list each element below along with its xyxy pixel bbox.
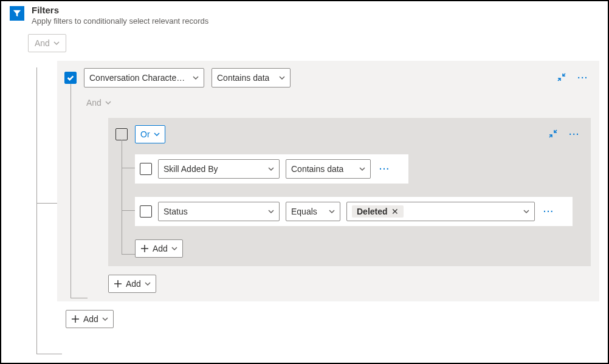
chevron-down-icon: [53, 40, 60, 46]
more-icon[interactable]: ···: [566, 129, 582, 139]
add-condition-button[interactable]: Add: [108, 275, 156, 293]
collapse-icon[interactable]: [557, 72, 566, 84]
chevron-down-icon: [523, 208, 529, 215]
level1-group-operator[interactable]: And: [86, 94, 117, 112]
condition-row: Skill Added By Contains data ···: [135, 154, 408, 184]
operator-dropdown[interactable]: Equals: [286, 202, 340, 221]
page-subtitle: Apply filters to conditionally select re…: [32, 16, 208, 26]
value-dropdown[interactable]: Deleted ✕: [346, 202, 535, 221]
entity-dropdown[interactable]: Conversation Characte…: [84, 68, 204, 88]
add-condition-button[interactable]: Add: [66, 310, 114, 328]
chevron-down-icon: [105, 100, 111, 106]
chevron-down-icon: [279, 75, 285, 81]
operator-dropdown[interactable]: Contains data: [286, 159, 371, 179]
remove-tag-icon[interactable]: ✕: [391, 207, 399, 216]
more-icon[interactable]: ···: [541, 207, 557, 216]
row-checkbox[interactable]: [140, 163, 152, 175]
root-group-operator[interactable]: And: [28, 34, 66, 52]
chevron-down-icon: [171, 246, 177, 252]
row-checkbox[interactable]: [140, 205, 152, 218]
page-title: Filters: [32, 5, 208, 15]
filter-icon: [10, 6, 24, 21]
plus-icon: [114, 280, 122, 288]
plus-icon: [71, 315, 80, 323]
chevron-down-icon: [193, 75, 199, 81]
chevron-down-icon: [268, 208, 274, 215]
plus-icon: [140, 244, 149, 253]
field-dropdown[interactable]: Skill Added By: [158, 159, 280, 179]
row-checkbox[interactable]: [64, 72, 77, 84]
field-dropdown[interactable]: Status: [158, 202, 280, 221]
more-icon[interactable]: ···: [377, 164, 393, 174]
chevron-down-icon: [329, 208, 335, 215]
value-tag[interactable]: Deleted ✕: [352, 205, 404, 218]
row-checkbox[interactable]: [115, 128, 128, 140]
chevron-down-icon: [268, 166, 274, 172]
chevron-down-icon: [145, 281, 151, 287]
collapse-icon[interactable]: [548, 129, 558, 140]
level2-group-operator[interactable]: Or: [135, 125, 165, 143]
add-condition-button[interactable]: Add: [135, 239, 183, 258]
operator-dropdown[interactable]: Contains data: [212, 68, 291, 88]
more-icon[interactable]: ···: [575, 73, 591, 83]
condition-row: Status Equals Deleted ✕: [135, 197, 573, 226]
chevron-down-icon: [359, 166, 365, 172]
chevron-down-icon: [154, 131, 160, 137]
chevron-down-icon: [102, 316, 108, 322]
